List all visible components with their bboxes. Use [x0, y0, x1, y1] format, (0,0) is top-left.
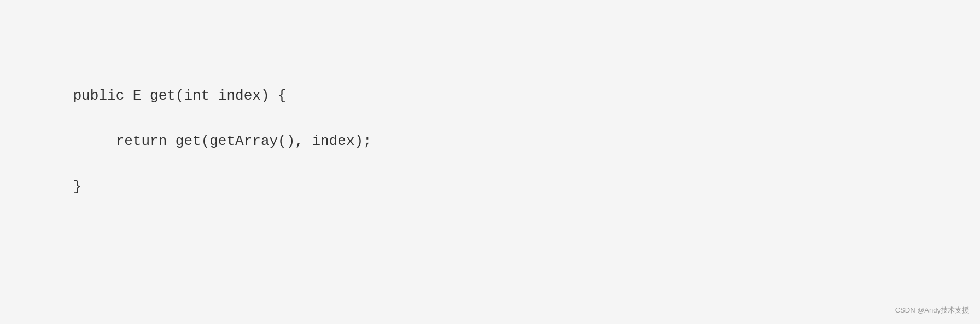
code-line-1: public E get(int index) {	[73, 88, 287, 104]
code-block: public E get(int index) { return get(get…	[22, 16, 958, 324]
code-line-3: }	[73, 178, 82, 195]
code-container: public E get(int index) { return get(get…	[0, 0, 980, 324]
code-section-public-get: public E get(int index) { return get(get…	[22, 62, 958, 221]
code-line-2: return get(getArray(), index);	[73, 133, 372, 149]
watermark: CSDN @Andy技术支援	[895, 305, 969, 315]
